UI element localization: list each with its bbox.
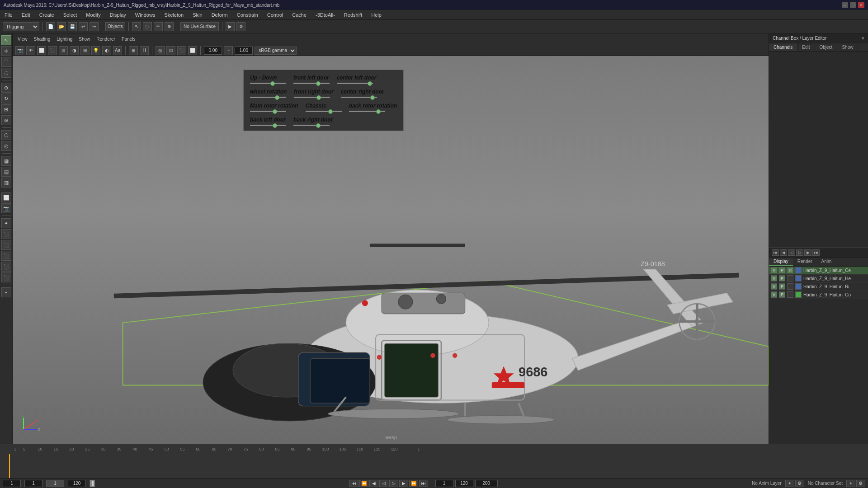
select-tool-icon[interactable]: ↖ (132, 22, 141, 31)
hud-thumb-back-right[interactable] (316, 123, 321, 128)
layer-r-3[interactable] (787, 283, 793, 290)
menu-modify[interactable]: Modify (84, 11, 102, 19)
hud-slider-center-left[interactable] (337, 83, 373, 84)
tab-object[interactable]: Object (815, 43, 838, 51)
timeline-key-input[interactable] (46, 480, 64, 487)
layer-color-1[interactable] (795, 267, 802, 273)
vp-gamma-input[interactable] (235, 47, 253, 55)
menu-select[interactable]: Select (61, 11, 79, 19)
vp-hud-icon[interactable]: H (140, 46, 149, 55)
hud-slider-back-right[interactable] (293, 125, 330, 126)
misc-tool-1-button[interactable]: ✦ (1, 218, 11, 228)
minimize-button[interactable]: ─ (842, 2, 848, 8)
vp-camera-icon[interactable]: 📷 (15, 46, 24, 55)
hud-thumb-center-left[interactable] (368, 81, 372, 86)
hud-thumb-back-rotor[interactable] (376, 109, 381, 114)
menu-redshift[interactable]: Redshift (342, 11, 364, 19)
vp-exposure-input[interactable] (204, 47, 222, 55)
char-set-btn-1[interactable]: + (846, 480, 855, 487)
mode-dropdown[interactable]: Rigging Animation Modeling Rendering (3, 22, 39, 31)
menu-file[interactable]: File (3, 11, 14, 19)
menu-deform[interactable]: Deform (210, 11, 230, 19)
playback-goto-end-btn[interactable]: ⏭ (419, 480, 428, 487)
misc-tool-4-button[interactable]: ⬛ (1, 251, 11, 261)
menu-display[interactable]: Display (108, 11, 128, 19)
display-layer-3-button[interactable]: ▥ (1, 178, 11, 188)
hud-thumb-main-rotor[interactable] (273, 109, 277, 114)
viewport-menu-panels[interactable]: Panels (119, 36, 138, 42)
anim-layer-btn-2[interactable]: ⚙ (795, 480, 804, 487)
timeline-end-frame-input[interactable] (68, 480, 86, 487)
menu-constrain[interactable]: Constrain (235, 11, 260, 19)
layer-v-4[interactable]: V (771, 291, 777, 298)
hud-thumb-front-left[interactable] (316, 81, 321, 86)
hud-slider-up-down[interactable] (250, 83, 286, 84)
timeline-start-frame-input[interactable] (3, 480, 21, 487)
hud-slider-front-left[interactable] (293, 83, 330, 84)
layer-p-3[interactable]: P (779, 283, 785, 290)
hud-thumb-center-right[interactable] (370, 95, 375, 100)
soft-mod-button[interactable]: ⬡ (1, 130, 11, 140)
close-button[interactable]: × (858, 2, 864, 8)
hud-slider-back-rotor[interactable] (349, 111, 385, 112)
range-end-input[interactable] (455, 480, 473, 487)
playback-next-key-btn[interactable]: ▶ (399, 480, 408, 487)
misc-tool-7-button[interactable]: • (1, 287, 11, 297)
menu-skin[interactable]: Skin (191, 11, 204, 19)
hud-slider-main-rotor[interactable] (250, 111, 286, 112)
open-scene-icon[interactable]: 📂 (57, 22, 66, 31)
tab-show[interactable]: Show (837, 43, 858, 51)
viewport-menu-lighting[interactable]: Lighting (54, 36, 75, 42)
misc-tool-6-button[interactable]: ⬛ (1, 272, 11, 282)
viewport-menu-view[interactable]: View (15, 36, 30, 42)
move-tool-button[interactable]: ✛ (1, 46, 11, 56)
hud-slider-front-right[interactable] (294, 97, 330, 98)
layers-nav-prev[interactable]: ◀ (780, 249, 787, 256)
objects-button[interactable]: Objects (105, 22, 125, 31)
snap-icon[interactable]: ⊕ (165, 22, 174, 31)
layer-v-2[interactable]: V (771, 275, 777, 282)
playback-prev-key-btn[interactable]: ◀ (369, 480, 378, 487)
layer-tab-display[interactable]: Display (769, 258, 793, 266)
layer-color-3[interactable] (795, 283, 802, 290)
layers-nav-last[interactable]: ⏭ (812, 249, 820, 256)
playback-step-back2-btn[interactable]: ◁ (379, 480, 388, 487)
vp-texture-icon[interactable]: ⊞ (80, 46, 90, 55)
tab-edit[interactable]: Edit (797, 43, 815, 51)
paint-select-button[interactable]: ◌ (1, 68, 11, 78)
timeline-current-frame-input[interactable] (24, 480, 42, 487)
render-region-button[interactable]: ⬜ (1, 192, 11, 202)
layers-nav-scroll-left[interactable]: ◁ (788, 249, 795, 256)
vp-wireframe-icon[interactable]: ⬜ (37, 46, 46, 55)
paint-icon[interactable]: ✏ (154, 22, 163, 31)
layers-nav-next[interactable]: ▶ (804, 249, 811, 256)
menu-create[interactable]: Create (38, 11, 56, 19)
hud-slider-chassis[interactable] (306, 111, 342, 112)
render-cam-button[interactable]: 📷 (1, 203, 11, 213)
vp-hide-icon[interactable]: 👁 (26, 46, 35, 55)
lasso-icon[interactable]: ◌ (143, 22, 152, 31)
viewport-menu-shading[interactable]: Shading (32, 36, 53, 42)
vp-light-icon[interactable]: 💡 (91, 46, 100, 55)
menu-windows[interactable]: Windows (133, 11, 157, 19)
menu-cache[interactable]: Cache (290, 11, 308, 19)
render-icon[interactable]: ▶ (226, 22, 235, 31)
layer-p-2[interactable]: P (779, 275, 785, 282)
lasso-select-button[interactable]: ⌒ (1, 57, 11, 67)
hud-thumb-back-left[interactable] (273, 123, 277, 128)
menu-skeleton[interactable]: Skeleton (162, 11, 185, 19)
playback-step-fwd2-btn[interactable]: ⏩ (409, 480, 418, 487)
3d-viewport[interactable]: 9686 Z9-0188 (13, 56, 769, 444)
layer-tab-anim[interactable]: Anim (817, 258, 836, 266)
menu-help[interactable]: Help (369, 11, 383, 19)
vp-aa-icon[interactable]: Aa (113, 46, 122, 55)
layer-tab-render[interactable]: Render (793, 258, 817, 266)
layer-r-2[interactable] (787, 275, 793, 282)
misc-tool-2-button[interactable]: ⬛ (1, 229, 11, 239)
vp-isolate-icon[interactable]: ◎ (156, 46, 165, 55)
layer-color-4[interactable] (795, 291, 802, 298)
layer-v-1[interactable]: V (771, 267, 777, 273)
select-tool-button[interactable]: ↖ (1, 35, 11, 45)
menu-3dtoall[interactable]: -3DtoAll- (314, 11, 337, 19)
hud-slider-wheel-rot[interactable] (250, 97, 286, 98)
